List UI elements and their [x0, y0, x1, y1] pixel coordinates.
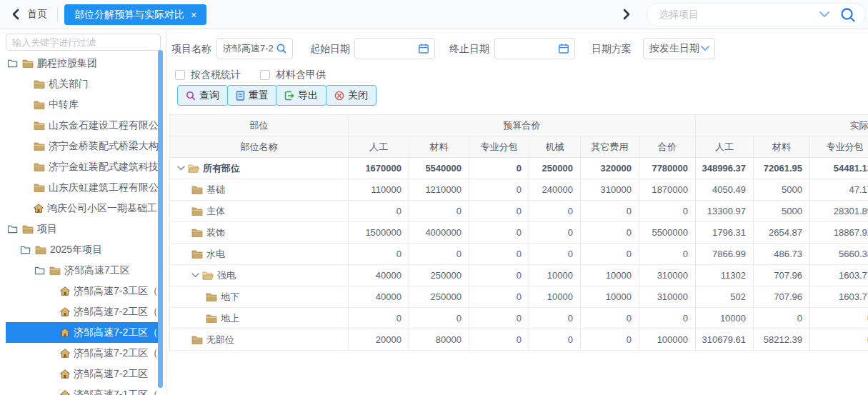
folder-icon: [34, 162, 45, 171]
value-cell: 707.96: [754, 265, 810, 286]
tab-home[interactable]: 首页: [27, 8, 47, 21]
table-row[interactable]: 水电0000007866.99486.735660.38: [170, 244, 868, 265]
house-icon: [60, 286, 70, 296]
end-date-input[interactable]: [494, 38, 575, 59]
tree-item[interactable]: 济邹高速7-2工区（: [6, 343, 159, 364]
value-cell: 13300.97: [696, 201, 754, 222]
tab-close-icon[interactable]: ×: [191, 9, 196, 21]
tree-item[interactable]: 2025年项目: [6, 239, 159, 260]
checkbox-box[interactable]: [175, 70, 185, 80]
tree-item[interactable]: 济邹高速7-2工区: [6, 364, 159, 384]
part-name: 装饰: [206, 226, 225, 239]
tree-item[interactable]: 济邹高速7-1工区（: [6, 384, 159, 395]
value-cell: 348996.37: [696, 158, 754, 179]
value-cell: 72061.95: [754, 158, 810, 179]
calendar-icon[interactable]: [418, 43, 429, 54]
reset-button[interactable]: 重置: [227, 85, 277, 106]
tree-item[interactable]: 中转库: [6, 94, 159, 115]
house-icon: [60, 349, 70, 358]
tree-item[interactable]: 济邹高速7-3工区（: [6, 281, 159, 301]
search-icon[interactable]: [276, 43, 287, 54]
tree-item[interactable]: 机关部门: [6, 74, 159, 94]
tree-item[interactable]: 济宁金桥装配式桥梁大构: [6, 136, 159, 156]
value-cell: 0: [409, 244, 469, 265]
tab-active[interactable]: 部位分解预算与实际对比 ×: [64, 4, 206, 25]
tree-item-label: 济邹高速7-1工区（: [74, 389, 158, 395]
query-button[interactable]: 查询: [177, 85, 228, 106]
column-header: 人工: [349, 136, 409, 158]
value-cell: 320000: [581, 158, 639, 179]
chevron-down-icon[interactable]: [701, 46, 709, 51]
nav-back-icon[interactable]: [7, 6, 23, 22]
tree-item-label: 山东金石建设工程有限公: [49, 119, 159, 132]
value-cell: 0: [754, 308, 810, 329]
checkbox-box[interactable]: [260, 70, 270, 80]
tree-item[interactable]: 项目: [6, 219, 159, 239]
project-name-label: 项目名称: [171, 43, 211, 56]
tree-filter-input[interactable]: [6, 34, 161, 51]
value-cell: 250000: [409, 265, 469, 286]
value-cell: 7780000: [639, 158, 696, 179]
tree-expander-icon[interactable]: [7, 59, 18, 68]
tree-item[interactable]: 鹏程控股集团: [6, 53, 159, 74]
value-cell: 5000: [754, 179, 810, 201]
checkbox-tax[interactable]: 按含税统计: [175, 69, 241, 81]
table-row[interactable]: 地上0000001000000: [170, 308, 868, 329]
row-collapse-icon[interactable]: [191, 273, 199, 278]
checkbox-tax-label: 按含税统计: [191, 69, 241, 81]
table-row[interactable]: 地下4000025000001000010000310000502707.961…: [170, 286, 868, 308]
value-cell: 0: [469, 286, 529, 308]
value-cell: 5000: [754, 201, 810, 222]
project-name-input[interactable]: 济邹高速7-2: [216, 38, 293, 59]
table-row[interactable]: 基础1100001210000024000031000018700004050.…: [170, 179, 868, 201]
value-cell: 18867.92: [810, 222, 868, 244]
value-cell: 2654.87: [754, 222, 810, 244]
start-date-input[interactable]: [354, 38, 435, 59]
table-row[interactable]: 主体00000013300.97500028301.89: [170, 201, 868, 222]
value-cell: 0: [349, 308, 409, 329]
table-row[interactable]: 无部位2000080000000100000310679.6158212.390: [170, 329, 868, 351]
value-cell: 1210000: [409, 179, 469, 201]
folder-icon: [191, 335, 203, 344]
tree-expander-icon[interactable]: [7, 224, 18, 234]
tree-expander-icon[interactable]: [20, 245, 31, 254]
value-cell: 1870000: [639, 179, 696, 201]
tree-item[interactable]: 山东庆虹建筑工程有限公: [6, 177, 159, 198]
value-cell: 310679.61: [696, 329, 754, 351]
table-row[interactable]: 所有部位167000055400000250000320000778000034…: [170, 158, 868, 179]
sidebar-scrollbar[interactable]: [158, 50, 163, 388]
value-cell: 40000: [349, 286, 409, 308]
value-cell: 0: [581, 244, 639, 265]
part-name: 所有部位: [203, 162, 240, 175]
part-name: 地下: [221, 291, 239, 304]
row-collapse-icon[interactable]: [177, 166, 185, 171]
value-cell: 10000: [529, 286, 581, 308]
search-icon[interactable]: [839, 6, 857, 24]
tree-item[interactable]: 济邹高速7-2工区（: [6, 301, 159, 322]
table-row[interactable]: 装饰1500000400000000055000001796.312654.87…: [170, 222, 868, 244]
tree-item[interactable]: 山东金石建设工程有限公: [6, 115, 159, 136]
column-header: 合价: [639, 136, 696, 158]
project-select[interactable]: 选择项目: [647, 3, 866, 26]
column-group-part: 部位: [170, 115, 349, 136]
calendar-icon[interactable]: [558, 43, 569, 54]
close-button[interactable]: 关闭: [326, 85, 376, 106]
query-search-icon: [186, 91, 196, 101]
nav-forward-icon[interactable]: [619, 6, 634, 22]
tree-item[interactable]: 鸿庆公司小区一期基础工: [6, 198, 159, 219]
tree-item[interactable]: 济邹高速7工区: [6, 260, 159, 281]
tree-item[interactable]: 济宁金虹装配式建筑科技: [6, 156, 159, 177]
export-button[interactable]: 导出: [276, 85, 326, 106]
tree-expander-icon[interactable]: [34, 266, 45, 275]
table-row[interactable]: 强电400002500000100001000031000011302707.9…: [170, 265, 868, 286]
folder-icon: [191, 185, 203, 194]
value-cell: 1603.77: [810, 286, 868, 308]
tree-item-selected[interactable]: 济邹高速7-2工区（: [6, 322, 159, 343]
part-name: 强电: [217, 269, 236, 282]
chevron-down-icon[interactable]: [819, 11, 829, 18]
checkbox-material-label: 材料含甲供: [276, 69, 326, 81]
date-scheme-select[interactable]: 按发生日期: [643, 38, 715, 59]
value-cell: 1670000: [349, 158, 409, 179]
checkbox-material[interactable]: 材料含甲供: [260, 69, 326, 81]
value-cell: 5540000: [409, 158, 469, 179]
